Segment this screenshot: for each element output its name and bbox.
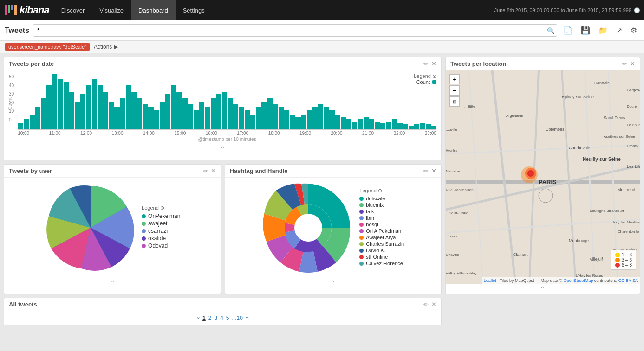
edit-by-user-button[interactable]: ✏ — [203, 167, 208, 174]
map-controls: + − ⊞ — [449, 74, 460, 107]
svg-text:Dugny: Dugny — [627, 104, 637, 108]
dot-nosql — [359, 223, 364, 227]
time-range[interactable]: June 8th 2015, 09:00:00.000 to June 8th … — [491, 7, 644, 13]
bar1 — [5, 5, 7, 15]
bar-54 — [324, 107, 329, 129]
bar-27 — [171, 85, 176, 129]
bar-42 — [256, 107, 261, 129]
bar-64 — [380, 123, 385, 129]
osm-link[interactable]: OpenStreetMap — [564, 278, 593, 283]
bar-33 — [205, 107, 210, 129]
dot-david — [359, 249, 364, 253]
filter-tag[interactable]: user.screen_name.raw: "dotScale" — [5, 43, 90, 51]
svg-text:Nanterre: Nanterre — [446, 169, 461, 173]
save-button[interactable]: 💾 — [579, 25, 592, 36]
zoom-out-button[interactable]: − — [449, 85, 460, 96]
page-2-button[interactable]: 2 — [208, 315, 212, 321]
dot-talk — [359, 210, 364, 214]
collapse-by-user-button[interactable]: ⌃ — [4, 278, 221, 287]
page-3-button[interactable]: 3 — [214, 315, 217, 321]
hashtag-legend: Legend ⊙ dotscale bluemix talk ibm — [359, 188, 404, 267]
cc-link[interactable]: CC-BY-SA — [618, 278, 638, 283]
prev-page-button[interactable]: « — [196, 315, 200, 321]
legend-dot-1-3 — [615, 253, 620, 257]
leaflet-link[interactable]: Leaflet — [484, 278, 496, 283]
y-label-0: 0 — [9, 117, 14, 122]
svg-text:Villejuif: Villejuif — [590, 257, 603, 262]
nav-visualize[interactable]: Visualize — [92, 0, 131, 20]
x-label-1300: 13:00 — [111, 131, 123, 136]
close-by-user-button[interactable]: ✕ — [211, 167, 216, 174]
bar-28 — [176, 92, 182, 129]
collapse-tweets-date-button[interactable]: ⌃ — [4, 144, 441, 153]
bar-11 — [80, 94, 85, 129]
dot-calvez — [359, 262, 364, 266]
svg-text:Sannois: Sannois — [594, 81, 610, 85]
svg-text:Courbevoie: Courbevoie — [569, 146, 590, 150]
close-location-button[interactable]: ✕ — [630, 60, 635, 67]
dashboard: Tweets per date ✏ ✕ 50 40 30 20 10 0 Cou… — [0, 53, 644, 329]
label-nosql: nosql — [366, 222, 378, 227]
hashtag-handle-title: Hashtag and Handle — [230, 167, 288, 174]
legend-dotscale: dotscale — [359, 196, 404, 201]
actions-button[interactable]: Actions ▶ — [94, 44, 118, 50]
label-csarrazi: csarrazi — [148, 228, 168, 234]
share-button[interactable]: ↗ — [614, 25, 624, 36]
next-page-button[interactable]: » — [246, 315, 249, 321]
x-label-1000: 10:00 — [18, 131, 29, 136]
bar-47 — [284, 110, 289, 129]
edit-tweets-date-button[interactable]: ✏ — [423, 60, 429, 67]
map-tool-button[interactable]: ⊞ — [449, 96, 460, 107]
bar-13 — [92, 79, 97, 129]
bar-4 — [41, 98, 46, 129]
by-user-legend-title[interactable]: Legend ⊙ — [142, 205, 180, 211]
legend-item-awajeet: awajeet — [142, 220, 180, 227]
collapse-hashtag-button[interactable]: ⌃ — [225, 278, 442, 287]
legend-davidk: David K. — [359, 248, 404, 253]
close-all-tweets-button[interactable]: ✕ — [431, 301, 436, 308]
all-tweets-panel: All tweets ✏ ✕ « 1 2 3 4 5 ...10 » — [4, 298, 442, 325]
edit-hashtag-button[interactable]: ✏ — [423, 167, 429, 174]
search-button[interactable]: 🔍 — [547, 27, 555, 34]
open-button[interactable]: 📁 — [596, 25, 610, 36]
bar-12 — [86, 85, 91, 129]
close-hashtag-button[interactable]: ✕ — [431, 167, 436, 174]
edit-location-button[interactable]: ✏ — [622, 60, 627, 67]
legend-title[interactable]: Legend ⊙ — [414, 73, 436, 79]
legend-item-oripekelman: OriPekelman — [142, 213, 180, 219]
page-5-button[interactable]: 5 — [226, 315, 229, 321]
bar-2 — [30, 115, 35, 129]
bar-19 — [126, 85, 131, 129]
edit-all-tweets-button[interactable]: ✏ — [423, 301, 429, 308]
new-doc-button[interactable]: 📄 — [561, 25, 575, 36]
svg-text:...iffitte: ...iffitte — [464, 104, 475, 108]
dot-oxalide — [142, 236, 146, 241]
bar-36 — [222, 92, 227, 129]
search-input[interactable] — [33, 24, 557, 37]
collapse-location-button[interactable]: ⌃ — [446, 284, 640, 294]
bar-39 — [239, 107, 244, 129]
legend-bluemix: bluemix — [359, 202, 404, 208]
page-title: Tweets — [5, 26, 29, 35]
zoom-in-button[interactable]: + — [449, 74, 460, 84]
panel-actions-location: ✏ ✕ — [622, 60, 635, 67]
y-axis-title: Count — [7, 98, 13, 110]
nav-discover[interactable]: Discover — [54, 0, 92, 20]
panel-header-by-user: Tweets by user ✏ ✕ — [4, 165, 221, 178]
settings-button[interactable]: ⚙ — [628, 25, 639, 36]
nav-settings[interactable]: Settings — [176, 0, 212, 20]
svg-text:...ason: ...ason — [446, 234, 457, 238]
label-bluemix: bluemix — [366, 202, 384, 208]
x-label-2000: 20:00 — [331, 131, 343, 136]
hashtag-legend-title[interactable]: Legend ⊙ — [359, 188, 404, 194]
label-ori: Ori A Pekelman — [366, 228, 401, 234]
legend-item-odovad: Odovad — [142, 243, 180, 249]
page-4-button[interactable]: 4 — [220, 315, 223, 321]
close-tweets-date-button[interactable]: ✕ — [431, 60, 436, 67]
page-1-button[interactable]: 1 — [202, 315, 206, 321]
nav-dashboard[interactable]: Dashboard — [131, 0, 176, 20]
bar-40 — [245, 110, 250, 129]
bar-0 — [18, 123, 23, 129]
page-ellipsis-button[interactable]: ...10 — [232, 315, 243, 321]
bar-68 — [403, 124, 408, 129]
